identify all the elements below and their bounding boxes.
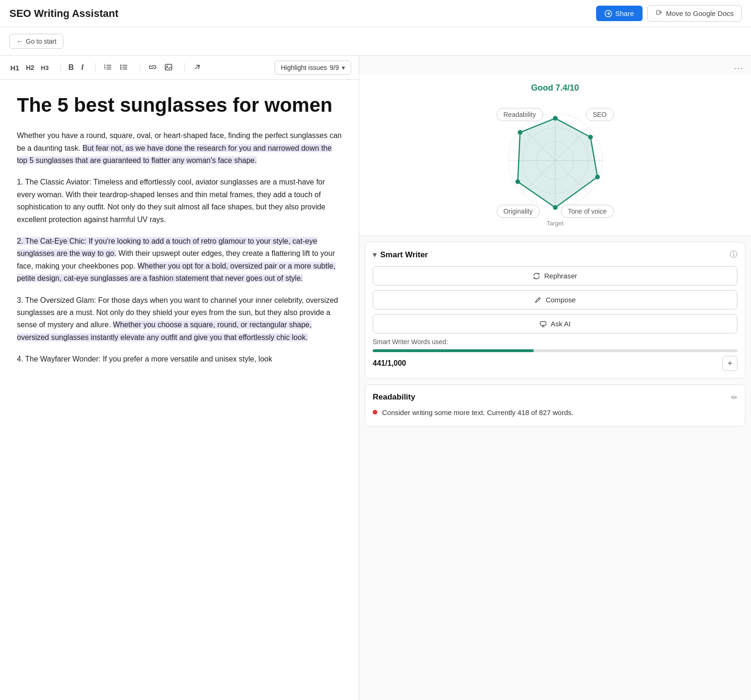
menu-icon[interactable]: ⋯	[734, 62, 743, 74]
ordered-list-icon: 123	[104, 63, 112, 71]
svg-point-33	[515, 179, 520, 184]
link-button[interactable]	[145, 61, 160, 75]
highlight-count: 9/9	[330, 64, 339, 71]
smart-writer-section: ▾ Smart Writer ⓘ Rephraser Compose Ask A…	[365, 242, 745, 379]
heading-group: H1 H2 H3	[8, 62, 52, 74]
score-header: Good 7.4/10	[368, 83, 742, 93]
image-icon	[164, 63, 173, 71]
svg-rect-19	[165, 64, 172, 70]
right-panel: ⋯ Good 7.4/10	[359, 56, 751, 700]
h3-button[interactable]: H3	[38, 62, 52, 74]
clear-format-icon	[193, 63, 201, 71]
words-used-label: Smart Writer Words used:	[373, 338, 737, 346]
score-label: Good	[531, 83, 553, 92]
ask-ai-icon	[539, 320, 547, 328]
svg-point-30	[588, 135, 593, 139]
italic-button[interactable]: I	[78, 61, 86, 74]
h1-button[interactable]: H1	[8, 62, 22, 74]
para-5-text: 4. The Wayfarer Wonder: If you prefer a …	[17, 355, 272, 363]
paragraph-1: Whether you have a round, square, oval, …	[17, 130, 342, 167]
svg-point-32	[553, 205, 558, 210]
svg-point-20	[166, 65, 168, 67]
chevron-down-icon: ▾	[342, 64, 345, 71]
main-layout: H1 H2 H3 B I 123	[0, 56, 751, 700]
words-count: 441/1,000	[373, 359, 406, 368]
share-icon	[605, 10, 612, 17]
radar-chart: Readability SEO Originality Tone of voic…	[492, 100, 619, 226]
format-group: B I	[65, 61, 87, 74]
readability-text: Consider writing some more text. Current…	[382, 408, 574, 418]
ask-ai-button[interactable]: Ask AI	[373, 314, 737, 333]
svg-rect-35	[540, 322, 546, 325]
originality-label[interactable]: Originality	[497, 205, 540, 218]
editor-panel: H1 H2 H3 B I 123	[0, 56, 359, 700]
toolbar-separator-2	[95, 63, 96, 72]
svg-point-17	[120, 66, 122, 68]
highlight-issues-label: Highlight issues	[281, 64, 327, 71]
smart-writer-header: ▾ Smart Writer ⓘ	[373, 250, 737, 260]
panel-top-row: ⋯	[359, 56, 751, 74]
header: SEO Writing Assistant Share Move to Goog…	[0, 0, 751, 27]
progress-bar-track	[373, 349, 737, 352]
svg-marker-28	[518, 118, 598, 208]
add-words-button[interactable]: +	[722, 356, 737, 371]
paragraph-3: 2. The Cat-Eye Chic: If you're looking t…	[17, 235, 342, 285]
google-docs-icon	[655, 10, 663, 17]
google-docs-button[interactable]: Move to Google Docs	[647, 5, 742, 22]
link-icon	[148, 63, 157, 71]
header-actions: Share Move to Google Docs	[596, 5, 742, 22]
share-button[interactable]: Share	[596, 6, 643, 21]
rephraser-icon	[533, 272, 540, 280]
article-title[interactable]: The 5 best sunglasses for women	[17, 94, 342, 116]
insert-group	[145, 61, 176, 75]
compose-button[interactable]: Compose	[373, 290, 737, 309]
toolbar-separator-1	[60, 63, 61, 72]
bold-button[interactable]: B	[65, 61, 77, 74]
readability-section: Readability ✏ Consider writing some more…	[365, 385, 745, 426]
tone-of-voice-label[interactable]: Tone of voice	[561, 205, 614, 218]
chevron-down-smart-icon[interactable]: ▾	[373, 250, 376, 259]
svg-point-18	[120, 68, 122, 69]
go-to-start-button[interactable]: ← Go to start	[9, 34, 63, 49]
svg-point-29	[553, 116, 558, 121]
words-count-row: 441/1,000 +	[373, 356, 737, 371]
seo-label[interactable]: SEO	[586, 108, 614, 121]
paragraph-4: 3. The Oversized Glam: For those days wh…	[17, 294, 342, 344]
h2-button[interactable]: H2	[23, 62, 37, 74]
smart-writer-title: ▾ Smart Writer	[373, 250, 428, 260]
image-button[interactable]	[161, 61, 176, 75]
ordered-list-button[interactable]: 123	[100, 61, 115, 75]
paragraph-2: 1. The Classic Aviator: Timeless and eff…	[17, 176, 342, 226]
svg-text:3: 3	[104, 67, 106, 70]
toolbar-separator-4	[184, 63, 185, 72]
paragraph-5: 4. The Wayfarer Wonder: If you prefer a …	[17, 353, 342, 365]
info-icon[interactable]: ⓘ	[730, 250, 737, 260]
app-title: SEO Writing Assistant	[9, 8, 118, 20]
svg-rect-4	[657, 10, 660, 15]
rephraser-button[interactable]: Rephraser	[373, 266, 737, 285]
score-value: 7.4	[555, 83, 567, 92]
readability-label[interactable]: Readability	[497, 108, 543, 121]
unordered-list-icon	[120, 63, 128, 71]
list-group: 123	[100, 61, 131, 75]
progress-bar-fill	[373, 349, 534, 352]
toolbar-separator-3	[140, 63, 140, 72]
edit-icon[interactable]: ✏	[731, 393, 737, 402]
sub-header: ← Go to start	[0, 27, 751, 56]
para-2-text: 1. The Classic Aviator: Timeless and eff…	[17, 178, 325, 223]
svg-point-16	[120, 64, 122, 66]
svg-point-31	[595, 175, 600, 179]
readability-section-header: Readability ✏	[373, 392, 737, 402]
arrow-left-icon: ←	[16, 38, 23, 45]
unordered-list-button[interactable]	[116, 61, 131, 75]
red-dot-icon	[373, 410, 377, 415]
score-section: Good 7.4/10	[359, 74, 751, 236]
highlight-dropdown[interactable]: Highlight issues 9/9 ▾	[275, 61, 351, 75]
score-out-of: /10	[567, 83, 579, 92]
clear-format-button[interactable]	[190, 61, 205, 75]
compose-icon	[534, 296, 542, 304]
editor-toolbar: H1 H2 H3 B I 123	[0, 56, 359, 80]
svg-point-34	[518, 130, 522, 135]
readability-title: Readability	[373, 392, 415, 402]
readability-item: Consider writing some more text. Current…	[373, 408, 737, 418]
